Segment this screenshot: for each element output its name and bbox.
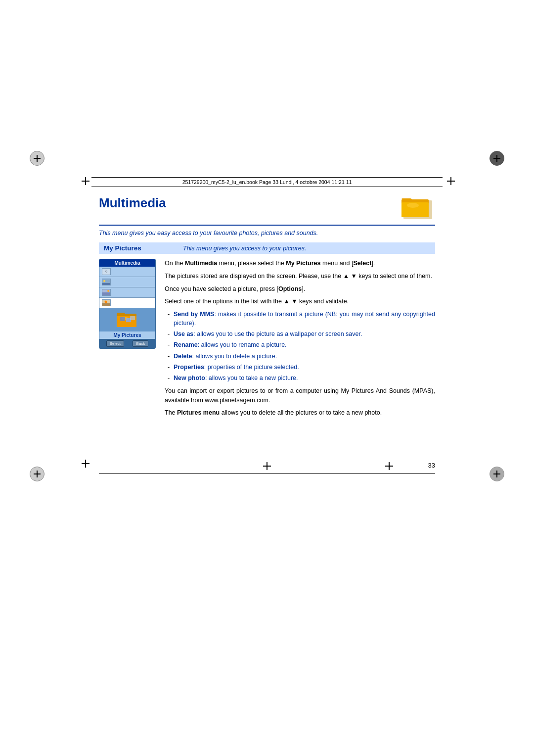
svg-point-9 <box>107 290 109 292</box>
page-title: Multimedia <box>99 195 166 211</box>
option-send-by-mms: Send by MMS: makes it possible to transm… <box>165 310 435 328</box>
file-info-text: 251729200_myC5-2_lu_en.book Page 33 Lund… <box>182 179 352 185</box>
phone-icon-question: ? <box>102 268 111 275</box>
option-delete: Delete: allows you to delete a picture. <box>165 352 435 361</box>
reg-mark-bottom-left <box>30 467 44 481</box>
paragraph-3: Once you have selected a picture, press … <box>165 284 435 294</box>
cross-mark-top-right <box>447 177 455 187</box>
cross-mark-bottom-left <box>82 460 89 469</box>
option-new-photo: New photo: allows you to take a new pict… <box>165 374 435 382</box>
option-use-as: Use as: allows you to use the picture as… <box>165 330 435 338</box>
svg-rect-11 <box>102 303 110 306</box>
right-column: On the Multimedia menu, please select th… <box>165 259 435 421</box>
page-subtitle: This menu gives you easy access to your … <box>99 230 435 236</box>
paragraph-4: Select one of the options in the list wi… <box>165 297 435 306</box>
file-info-bar: 251729200_myC5-2_lu_en.book Page 33 Lund… <box>91 177 443 187</box>
cross-mark-bottom-right <box>385 462 393 472</box>
phone-screenshot: Multimedia ? <box>99 259 156 349</box>
svg-point-3 <box>407 203 419 208</box>
phone-buttons-row: Select Back <box>99 339 155 348</box>
phone-select-btn: Select <box>106 340 124 347</box>
page-number: 33 <box>428 462 435 469</box>
phone-icon-image2 <box>102 289 111 296</box>
phone-menu-item-3 <box>99 287 155 298</box>
phone-menu-item-4 <box>99 298 155 308</box>
svg-point-12 <box>105 301 107 303</box>
phone-title-bar: Multimedia <box>99 259 155 267</box>
section-title: My Pictures <box>99 242 178 254</box>
paragraph-2: The pictures stored are displayed on the… <box>165 272 435 281</box>
svg-rect-5 <box>102 283 110 285</box>
paragraph-6: The Pictures menu allows you to delete a… <box>165 408 435 418</box>
reg-mark-bottom-right <box>490 467 504 481</box>
svg-rect-16 <box>120 317 125 321</box>
svg-point-6 <box>103 280 105 282</box>
option-properties: Properties: properties of the picture se… <box>165 363 435 372</box>
footer-line <box>99 473 435 474</box>
cross-mark-top-left <box>82 177 89 187</box>
reg-mark-top-left <box>30 151 44 166</box>
folder-icon <box>400 195 434 221</box>
phone-folder-label: My Pictures <box>99 331 155 339</box>
cross-mark-bottom-center <box>263 462 271 472</box>
options-list: Send by MMS: makes it possible to transm… <box>165 310 435 382</box>
phone-icon-image3 <box>102 299 111 306</box>
svg-rect-8 <box>102 292 110 295</box>
phone-menu-item-2 <box>99 277 155 287</box>
section-header: My Pictures This menu gives you access t… <box>99 242 435 254</box>
paragraph-1: On the Multimedia menu, please select th… <box>165 259 435 268</box>
paragraph-5: You can import or export pictures to or … <box>165 386 435 405</box>
phone-icon-image1 <box>102 279 111 285</box>
phone-back-btn: Back <box>133 340 148 347</box>
main-content: Multimedia This menu gives you easy <box>99 195 435 421</box>
section-desc: This menu gives you access to your pictu… <box>178 243 311 254</box>
option-rename: Rename: allows you to rename a picture. <box>165 340 435 349</box>
reg-mark-top-right <box>490 151 504 166</box>
title-section: Multimedia <box>99 195 435 226</box>
page-container: 251729200_myC5-2_lu_en.book Page 33 Lund… <box>0 0 534 756</box>
svg-rect-18 <box>130 316 135 320</box>
two-column-layout: Multimedia ? <box>99 259 435 421</box>
phone-menu-item-1: ? <box>99 267 155 277</box>
folder-icon-container <box>400 195 435 223</box>
phone-folder-display <box>99 308 155 331</box>
